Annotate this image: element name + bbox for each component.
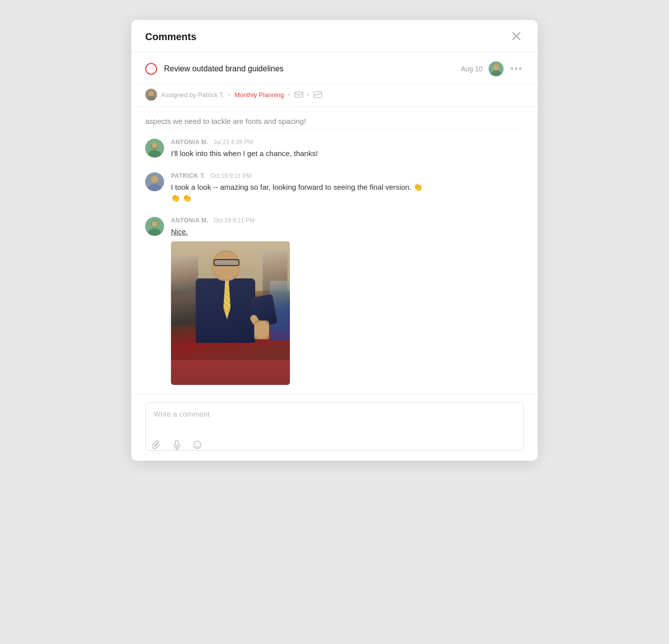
comment-meta-3: ANTONIA M. Oct 19 9:11 PM	[171, 217, 524, 224]
comment-content-3: ANTONIA M. Oct 19 9:11 PM Nice.	[171, 217, 524, 385]
comments-area: aspects we need to tackle are fonts and …	[131, 107, 538, 394]
comment-time-1: Jul 23 4:28 PM	[214, 139, 253, 146]
modal-header: Comments	[131, 20, 538, 53]
svg-point-24	[198, 443, 199, 444]
antonia-avatar-2	[145, 217, 164, 236]
more-options-button[interactable]: •••	[509, 64, 524, 74]
attach-button[interactable]	[150, 438, 163, 451]
avatar[interactable]	[489, 61, 503, 76]
svg-point-11	[152, 143, 158, 149]
meta-dot-3: •	[307, 91, 310, 99]
comment-item: ANTONIA M. Jul 23 4:28 PM I'll look into…	[145, 130, 524, 163]
svg-rect-6	[294, 92, 302, 98]
comment-input-area	[131, 394, 538, 461]
task-date: Aug 10	[461, 65, 483, 73]
comment-meta-1: ANTONIA M. Jul 23 4:28 PM	[171, 139, 524, 146]
comments-modal: Comments Review outdated brand guideline…	[131, 20, 538, 461]
comment-author-2: PATRICK T.	[171, 172, 205, 179]
emoji-button[interactable]	[191, 438, 204, 451]
svg-point-4	[149, 92, 154, 96]
comment-text-1: I'll look into this when I get a chance,…	[171, 148, 524, 160]
task-row: Review outdated brand guidelines Aug 10 …	[131, 53, 538, 84]
comment-image	[171, 241, 290, 385]
comment-item: PATRICK T. Oct 19 9:11 PM I took a look …	[145, 163, 524, 208]
assigned-by-label: Assigned by Patrick T.	[161, 91, 224, 99]
input-toolbar	[145, 434, 524, 452]
meta-dot-1: •	[228, 91, 231, 99]
task-status-circle[interactable]	[145, 63, 157, 75]
svg-point-1	[493, 64, 499, 70]
comment-image-wrap	[171, 241, 524, 385]
comment-time-3: Oct 19 9:11 PM	[214, 217, 255, 224]
comment-author-1: ANTONIA M.	[171, 139, 209, 146]
close-button[interactable]	[509, 31, 524, 43]
comment-content-1: ANTONIA M. Jul 23 4:28 PM I'll look into…	[171, 139, 524, 160]
comment-author-3: ANTONIA M.	[171, 217, 209, 224]
truncated-comment: aspects we need to tackle are fonts and …	[145, 112, 524, 130]
comment-time-2: Oct 19 9:11 PM	[210, 172, 251, 179]
svg-point-13	[151, 176, 158, 183]
input-wrapper	[145, 402, 524, 452]
comment-content-2: PATRICK T. Oct 19 9:11 PM I took a look …	[171, 172, 524, 204]
task-title: Review outdated brand guidelines	[164, 64, 283, 73]
svg-point-23	[196, 443, 197, 444]
task-left: Review outdated brand guidelines	[145, 63, 283, 75]
antonia-avatar-1	[145, 139, 164, 158]
mic-button[interactable]	[171, 438, 183, 452]
comment-text-3: Nice.	[171, 226, 524, 238]
meta-dot-2: •	[288, 91, 290, 99]
comment-item: ANTONIA M. Oct 19 9:11 PM Nice.	[145, 208, 524, 389]
assigned-by-avatar	[145, 89, 157, 101]
comment-meta-2: PATRICK T. Oct 19 9:11 PM	[171, 172, 524, 179]
task-right: Aug 10 •••	[461, 61, 524, 76]
comment-text-2: I took a look -- amazing so far, looking…	[171, 182, 524, 204]
project-link[interactable]: Monthly Planning	[234, 91, 284, 99]
svg-rect-19	[175, 440, 178, 446]
chart-icon	[313, 91, 322, 98]
svg-point-18	[152, 221, 158, 227]
email-icon	[294, 91, 303, 98]
meta-row: Assigned by Patrick T. • Monthly Plannin…	[131, 84, 538, 107]
patrick-avatar	[145, 172, 164, 191]
modal-title: Comments	[145, 31, 196, 43]
